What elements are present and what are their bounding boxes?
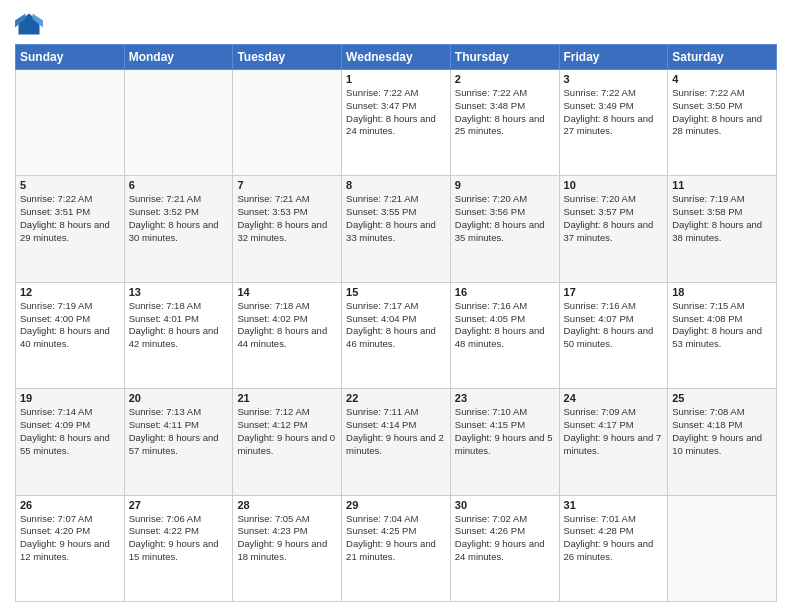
day-number: 26 [20,499,120,511]
day-info: Sunrise: 7:14 AM Sunset: 4:09 PM Dayligh… [20,406,120,457]
day-number: 10 [564,179,664,191]
day-number: 3 [564,73,664,85]
day-number: 24 [564,392,664,404]
day-cell: 15Sunrise: 7:17 AM Sunset: 4:04 PM Dayli… [342,282,451,388]
weekday-header-tuesday: Tuesday [233,45,342,70]
day-cell: 26Sunrise: 7:07 AM Sunset: 4:20 PM Dayli… [16,495,125,601]
calendar: SundayMondayTuesdayWednesdayThursdayFrid… [15,44,777,602]
day-info: Sunrise: 7:19 AM Sunset: 4:00 PM Dayligh… [20,300,120,351]
logo-icon [15,10,43,38]
day-cell: 25Sunrise: 7:08 AM Sunset: 4:18 PM Dayli… [668,389,777,495]
day-cell: 12Sunrise: 7:19 AM Sunset: 4:00 PM Dayli… [16,282,125,388]
day-cell: 18Sunrise: 7:15 AM Sunset: 4:08 PM Dayli… [668,282,777,388]
weekday-header-saturday: Saturday [668,45,777,70]
day-cell: 17Sunrise: 7:16 AM Sunset: 4:07 PM Dayli… [559,282,668,388]
day-number: 31 [564,499,664,511]
day-number: 22 [346,392,446,404]
day-info: Sunrise: 7:22 AM Sunset: 3:48 PM Dayligh… [455,87,555,138]
day-cell: 22Sunrise: 7:11 AM Sunset: 4:14 PM Dayli… [342,389,451,495]
day-cell: 31Sunrise: 7:01 AM Sunset: 4:28 PM Dayli… [559,495,668,601]
day-cell: 13Sunrise: 7:18 AM Sunset: 4:01 PM Dayli… [124,282,233,388]
day-number: 25 [672,392,772,404]
day-cell: 9Sunrise: 7:20 AM Sunset: 3:56 PM Daylig… [450,176,559,282]
day-info: Sunrise: 7:16 AM Sunset: 4:07 PM Dayligh… [564,300,664,351]
day-number: 4 [672,73,772,85]
day-number: 20 [129,392,229,404]
day-info: Sunrise: 7:20 AM Sunset: 3:57 PM Dayligh… [564,193,664,244]
day-info: Sunrise: 7:15 AM Sunset: 4:08 PM Dayligh… [672,300,772,351]
day-info: Sunrise: 7:05 AM Sunset: 4:23 PM Dayligh… [237,513,337,564]
day-number: 14 [237,286,337,298]
day-info: Sunrise: 7:13 AM Sunset: 4:11 PM Dayligh… [129,406,229,457]
day-cell: 5Sunrise: 7:22 AM Sunset: 3:51 PM Daylig… [16,176,125,282]
day-cell: 3Sunrise: 7:22 AM Sunset: 3:49 PM Daylig… [559,70,668,176]
day-cell: 1Sunrise: 7:22 AM Sunset: 3:47 PM Daylig… [342,70,451,176]
day-number: 21 [237,392,337,404]
week-row-1: 5Sunrise: 7:22 AM Sunset: 3:51 PM Daylig… [16,176,777,282]
week-row-2: 12Sunrise: 7:19 AM Sunset: 4:00 PM Dayli… [16,282,777,388]
day-info: Sunrise: 7:09 AM Sunset: 4:17 PM Dayligh… [564,406,664,457]
day-number: 8 [346,179,446,191]
day-info: Sunrise: 7:22 AM Sunset: 3:51 PM Dayligh… [20,193,120,244]
weekday-header-monday: Monday [124,45,233,70]
day-info: Sunrise: 7:02 AM Sunset: 4:26 PM Dayligh… [455,513,555,564]
day-cell: 29Sunrise: 7:04 AM Sunset: 4:25 PM Dayli… [342,495,451,601]
day-number: 13 [129,286,229,298]
week-row-0: 1Sunrise: 7:22 AM Sunset: 3:47 PM Daylig… [16,70,777,176]
weekday-header-wednesday: Wednesday [342,45,451,70]
day-cell: 4Sunrise: 7:22 AM Sunset: 3:50 PM Daylig… [668,70,777,176]
day-cell: 23Sunrise: 7:10 AM Sunset: 4:15 PM Dayli… [450,389,559,495]
day-cell: 7Sunrise: 7:21 AM Sunset: 3:53 PM Daylig… [233,176,342,282]
day-info: Sunrise: 7:21 AM Sunset: 3:52 PM Dayligh… [129,193,229,244]
day-cell [16,70,125,176]
day-cell: 10Sunrise: 7:20 AM Sunset: 3:57 PM Dayli… [559,176,668,282]
day-number: 9 [455,179,555,191]
day-number: 30 [455,499,555,511]
page: SundayMondayTuesdayWednesdayThursdayFrid… [0,0,792,612]
weekday-header-thursday: Thursday [450,45,559,70]
day-info: Sunrise: 7:04 AM Sunset: 4:25 PM Dayligh… [346,513,446,564]
day-info: Sunrise: 7:07 AM Sunset: 4:20 PM Dayligh… [20,513,120,564]
day-number: 7 [237,179,337,191]
day-cell [668,495,777,601]
day-number: 5 [20,179,120,191]
day-number: 12 [20,286,120,298]
day-number: 11 [672,179,772,191]
weekday-header-sunday: Sunday [16,45,125,70]
day-cell: 8Sunrise: 7:21 AM Sunset: 3:55 PM Daylig… [342,176,451,282]
day-number: 6 [129,179,229,191]
day-number: 27 [129,499,229,511]
day-info: Sunrise: 7:19 AM Sunset: 3:58 PM Dayligh… [672,193,772,244]
day-info: Sunrise: 7:01 AM Sunset: 4:28 PM Dayligh… [564,513,664,564]
day-cell: 6Sunrise: 7:21 AM Sunset: 3:52 PM Daylig… [124,176,233,282]
day-info: Sunrise: 7:20 AM Sunset: 3:56 PM Dayligh… [455,193,555,244]
day-number: 28 [237,499,337,511]
day-info: Sunrise: 7:10 AM Sunset: 4:15 PM Dayligh… [455,406,555,457]
day-cell: 28Sunrise: 7:05 AM Sunset: 4:23 PM Dayli… [233,495,342,601]
day-number: 15 [346,286,446,298]
day-number: 2 [455,73,555,85]
day-info: Sunrise: 7:06 AM Sunset: 4:22 PM Dayligh… [129,513,229,564]
day-number: 29 [346,499,446,511]
day-info: Sunrise: 7:22 AM Sunset: 3:50 PM Dayligh… [672,87,772,138]
day-cell: 27Sunrise: 7:06 AM Sunset: 4:22 PM Dayli… [124,495,233,601]
day-info: Sunrise: 7:08 AM Sunset: 4:18 PM Dayligh… [672,406,772,457]
day-number: 16 [455,286,555,298]
day-info: Sunrise: 7:18 AM Sunset: 4:02 PM Dayligh… [237,300,337,351]
day-cell: 16Sunrise: 7:16 AM Sunset: 4:05 PM Dayli… [450,282,559,388]
day-cell: 19Sunrise: 7:14 AM Sunset: 4:09 PM Dayli… [16,389,125,495]
day-cell: 20Sunrise: 7:13 AM Sunset: 4:11 PM Dayli… [124,389,233,495]
day-info: Sunrise: 7:17 AM Sunset: 4:04 PM Dayligh… [346,300,446,351]
day-cell [124,70,233,176]
day-info: Sunrise: 7:11 AM Sunset: 4:14 PM Dayligh… [346,406,446,457]
week-row-4: 26Sunrise: 7:07 AM Sunset: 4:20 PM Dayli… [16,495,777,601]
day-info: Sunrise: 7:22 AM Sunset: 3:49 PM Dayligh… [564,87,664,138]
day-info: Sunrise: 7:22 AM Sunset: 3:47 PM Dayligh… [346,87,446,138]
day-number: 17 [564,286,664,298]
day-cell: 2Sunrise: 7:22 AM Sunset: 3:48 PM Daylig… [450,70,559,176]
day-info: Sunrise: 7:12 AM Sunset: 4:12 PM Dayligh… [237,406,337,457]
header [15,10,777,38]
weekday-header-row: SundayMondayTuesdayWednesdayThursdayFrid… [16,45,777,70]
day-cell: 11Sunrise: 7:19 AM Sunset: 3:58 PM Dayli… [668,176,777,282]
day-info: Sunrise: 7:16 AM Sunset: 4:05 PM Dayligh… [455,300,555,351]
